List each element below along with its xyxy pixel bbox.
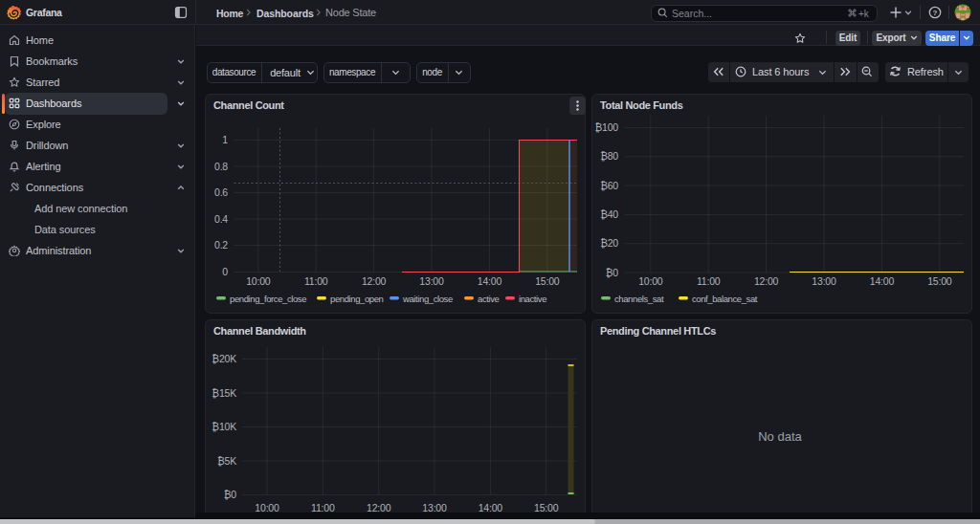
svg-text:14:00: 14:00 [478, 275, 502, 287]
svg-text:₿100: ₿100 [595, 121, 619, 133]
svg-text:₿20K: ₿20K [212, 353, 236, 364]
svg-text:11:00: 11:00 [304, 275, 328, 287]
svg-text:pending_force_close: pending_force_close [230, 294, 306, 304]
svg-text:0.8: 0.8 [214, 161, 228, 172]
svg-text:10:00: 10:00 [246, 275, 271, 287]
svg-text:channels_sat: channels_sat [614, 294, 664, 304]
svg-text:0: 0 [222, 266, 228, 277]
svg-text:₿0: ₿0 [224, 489, 237, 500]
svg-text:12:00: 12:00 [754, 275, 779, 287]
svg-text:₿5K: ₿5K [217, 455, 236, 467]
svg-text:₿60: ₿60 [600, 180, 618, 191]
svg-text:14:00: 14:00 [870, 275, 895, 287]
svg-text:conf_balance_sat: conf_balance_sat [692, 294, 758, 304]
svg-text:13:00: 13:00 [812, 275, 836, 287]
svg-text:waiting_close: waiting_close [402, 294, 453, 304]
svg-text:?: ? [933, 9, 938, 17]
svg-text:pending_open: pending_open [330, 294, 384, 304]
svg-text:13:00: 13:00 [419, 275, 444, 287]
svg-text:0.6: 0.6 [214, 186, 228, 198]
svg-text:₿15K: ₿15K [212, 387, 236, 399]
svg-text:0.2: 0.2 [214, 239, 228, 251]
svg-text:₿40: ₿40 [600, 208, 618, 220]
svg-text:₿80: ₿80 [600, 150, 618, 162]
svg-text:0.4: 0.4 [214, 213, 228, 225]
svg-text:12:00: 12:00 [362, 275, 387, 287]
svg-text:11:00: 11:00 [697, 275, 721, 287]
svg-text:₿0: ₿0 [606, 267, 619, 278]
svg-text:inactive: inactive [519, 294, 546, 304]
svg-text:₿10K: ₿10K [212, 421, 236, 432]
svg-text:active: active [478, 294, 500, 304]
svg-text:15:00: 15:00 [535, 275, 560, 287]
svg-text:15:00: 15:00 [927, 275, 952, 287]
svg-text:10:00: 10:00 [638, 275, 663, 287]
svg-text:₿20: ₿20 [600, 237, 618, 249]
svg-text:1: 1 [222, 134, 228, 145]
